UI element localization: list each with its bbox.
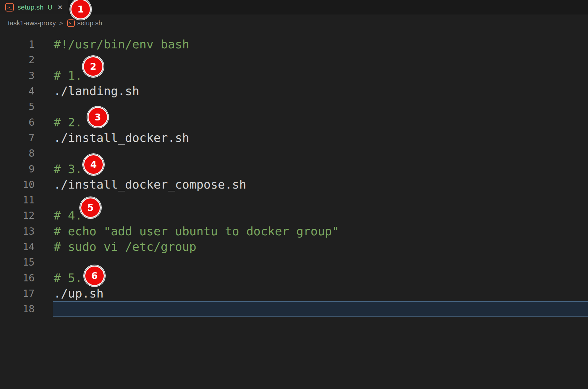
code-line[interactable]: 13# echo "add user ubuntu to docker grou… <box>0 223 588 239</box>
code-text: #!/usr/bin/env bash <box>54 38 189 51</box>
tab-setup-sh[interactable]: >_ setup.sh U × <box>0 0 68 14</box>
line-number: 6 <box>0 117 35 128</box>
shell-terminal-icon: >_ <box>67 19 75 27</box>
code-line[interactable]: 5 <box>0 99 588 114</box>
line-number: 10 <box>0 179 35 190</box>
tab-close-icon[interactable]: × <box>58 3 63 12</box>
code-line[interactable]: 10./install_docker_compose.sh <box>0 177 588 192</box>
breadcrumb-file[interactable]: setup.sh <box>77 19 102 27</box>
code-line[interactable]: 14# sudo vi /etc/group <box>0 239 588 254</box>
line-number: 17 <box>0 288 35 299</box>
line-number: 3 <box>0 70 35 81</box>
code-text: # echo "add user ubuntu to docker group" <box>54 224 339 238</box>
code-text: ./install_docker.sh <box>54 131 189 144</box>
code-line[interactable]: 17./up.sh <box>0 286 588 301</box>
line-number: 2 <box>0 54 35 65</box>
git-status-badge: U <box>47 4 52 11</box>
code-text: # 4. <box>54 209 82 222</box>
code-text: ./landing.sh <box>54 84 139 98</box>
line-number: 16 <box>0 272 35 284</box>
som-mark-4: 4 <box>83 154 104 175</box>
code-text: ./up.sh <box>54 287 104 300</box>
current-line-highlight <box>53 301 588 317</box>
code-text: # 3. <box>54 162 82 176</box>
som-mark-3: 3 <box>88 107 108 127</box>
line-number: 9 <box>0 163 35 175</box>
line-number: 12 <box>0 210 35 221</box>
code-line[interactable]: 4./landing.sh <box>0 83 588 99</box>
line-number: 15 <box>0 256 35 268</box>
som-mark-2: 2 <box>83 56 103 77</box>
line-number: 5 <box>0 101 35 112</box>
chevron-right-icon: > <box>59 19 63 27</box>
line-number: 8 <box>0 147 35 159</box>
line-number: 1 <box>0 39 35 50</box>
tab-label: setup.sh <box>17 3 43 11</box>
code-text: ./install_docker_compose.sh <box>54 178 246 191</box>
line-number: 4 <box>0 85 35 97</box>
line-number: 18 <box>0 303 35 315</box>
breadcrumb-folder[interactable]: task1-aws-proxy <box>8 19 56 27</box>
code-text: # 2. <box>54 116 82 129</box>
code-text: # 5. <box>54 271 82 285</box>
line-number: 13 <box>0 225 35 237</box>
line-number: 7 <box>0 132 35 143</box>
code-line[interactable]: 7./install_docker.sh <box>0 130 588 145</box>
breadcrumb: task1-aws-proxy > >_ setup.sh <box>8 16 102 30</box>
shell-terminal-icon: >_ <box>5 3 14 12</box>
som-mark-6: 6 <box>84 266 105 286</box>
som-mark-5: 5 <box>80 197 101 218</box>
line-number: 14 <box>0 241 35 252</box>
line-number: 11 <box>0 194 35 206</box>
code-text: # 1. <box>54 69 82 82</box>
som-mark-1: 1 <box>70 0 91 19</box>
code-line[interactable]: 1#!/usr/bin/env bash <box>0 37 588 52</box>
code-line[interactable]: 18 <box>0 301 588 317</box>
code-text: # sudo vi /etc/group <box>54 240 196 253</box>
